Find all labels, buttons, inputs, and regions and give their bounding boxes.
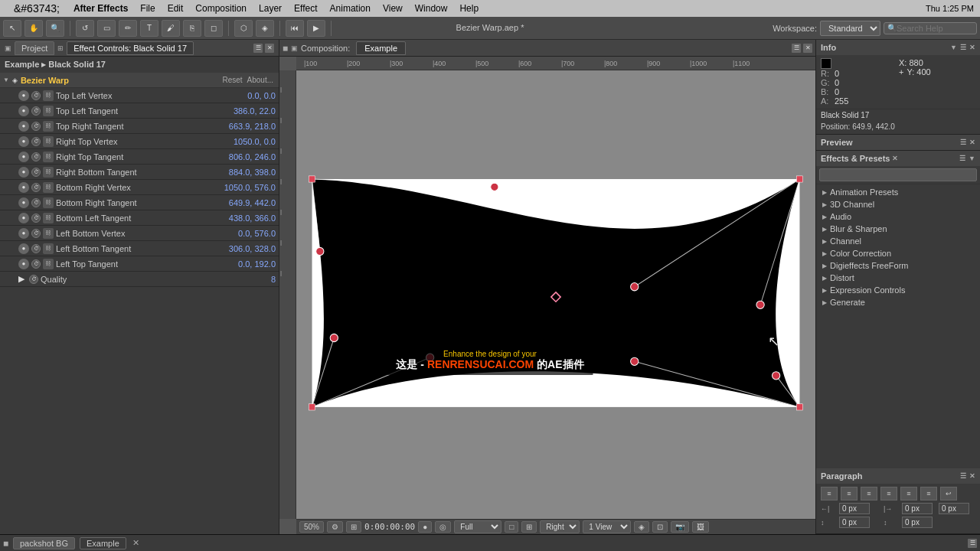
prop-val-rbt[interactable]: 884.0, 398.0 <box>229 168 276 177</box>
para-align-center[interactable]: ≡ <box>841 487 858 500</box>
prop-eye-blt[interactable]: ● <box>18 213 29 223</box>
preview-menu-btn[interactable]: ☰ <box>960 139 966 146</box>
prop-val-quality[interactable]: 8 <box>271 275 276 284</box>
menu-view[interactable]: View <box>377 2 409 15</box>
panel-menu-btn[interactable]: ☰ <box>253 44 263 53</box>
paragraph-header[interactable]: Paragraph ☰ ✕ <box>816 468 980 484</box>
prop-val-rtv[interactable]: 1050.0, 0.0 <box>234 137 276 146</box>
show-snapshot-btn[interactable]: 🖼 <box>692 521 709 533</box>
brush-tool[interactable]: 🖌 <box>162 20 180 37</box>
prop-link-trt[interactable]: ⛓ <box>43 121 54 132</box>
effect-cat-expression-controls[interactable]: ▶ Expression Controls <box>816 284 980 296</box>
para-left-margin-input[interactable] <box>839 503 870 514</box>
record-btn[interactable]: ● <box>418 521 432 533</box>
play-btn[interactable]: ▶ <box>307 20 325 37</box>
menu-composition[interactable]: Composition <box>189 2 253 15</box>
para-align-justify[interactable]: ≡ <box>880 487 897 500</box>
prop-clock-blt[interactable]: ⏱ <box>31 214 41 223</box>
eraser-tool[interactable]: ◻ <box>204 20 223 37</box>
reset-btn[interactable]: Reset <box>220 76 244 84</box>
hand-tool[interactable]: ✋ <box>24 20 43 37</box>
effect-cat-color-correction[interactable]: ▶ Color Correction <box>816 247 980 259</box>
para-align-justify-force[interactable]: ≡ <box>920 487 937 500</box>
prop-eye-rbt[interactable]: ● <box>18 167 29 178</box>
effect-cat-distort[interactable]: ▶ Distort <box>816 272 980 284</box>
prop-eye-rtng[interactable]: ● <box>18 152 29 162</box>
prop-link-tlt[interactable]: ⛓ <box>43 106 54 116</box>
effect-cat-generate[interactable]: ▶ Generate <box>816 296 980 308</box>
paragraph-menu-btn[interactable]: ☰ <box>960 472 966 480</box>
info-header[interactable]: Info ▼ ☰ ✕ <box>816 40 980 55</box>
pen-tool[interactable]: ✏ <box>119 20 137 37</box>
comp-settings-btn[interactable]: ⚙ <box>327 521 343 533</box>
prop-eye-trt[interactable]: ● <box>18 121 29 132</box>
apple-menu[interactable]: &#63743; <box>6 1 67 16</box>
para-align-left[interactable]: ≡ <box>821 487 838 500</box>
para-indent-input[interactable] <box>939 503 969 514</box>
effect-cat-channel[interactable]: ▶ Channel <box>816 235 980 247</box>
playback-ctrl[interactable]: ⏮ <box>286 20 304 37</box>
view-options-btn[interactable]: ◈ <box>634 521 649 533</box>
prop-val-brt[interactable]: 649.9, 442.0 <box>229 198 276 207</box>
composition-view[interactable]: |100 |200 |300 |400 |500 |600 |700 |800 … <box>279 57 815 534</box>
workspace-select[interactable]: Standard <box>820 21 880 36</box>
para-space-before-input[interactable] <box>839 517 870 528</box>
about-btn[interactable]: About... <box>245 76 276 84</box>
prop-clock-tlv[interactable]: ⏱ <box>31 91 41 100</box>
menu-layer[interactable]: Layer <box>253 2 288 15</box>
alpha-btn[interactable]: □ <box>505 521 518 533</box>
para-align-justify-all[interactable]: ≡ <box>900 487 917 500</box>
prop-link-brt[interactable]: ⛓ <box>43 197 54 208</box>
info-menu-btn[interactable]: ☰ <box>960 44 966 51</box>
prop-link-brv[interactable]: ⛓ <box>43 182 54 193</box>
effects-presets-close-icon[interactable]: ✕ <box>892 155 898 162</box>
effect-controls-tab[interactable]: Effect Controls: Black Solid 17 <box>67 41 194 55</box>
clone-tool[interactable]: ⎘ <box>183 20 201 37</box>
para-align-right[interactable]: ≡ <box>861 487 877 500</box>
comp-current-time[interactable]: 0:00:00:00 <box>364 522 415 532</box>
prop-val-blt[interactable]: 438.0, 366.0 <box>229 214 276 223</box>
zoom-tool[interactable]: 🔍 <box>46 20 64 37</box>
prop-eye-brt[interactable]: ● <box>18 197 29 208</box>
prop-clock-q[interactable]: ⏱ <box>29 275 38 284</box>
prop-clock-rtng[interactable]: ⏱ <box>31 152 41 161</box>
region-options-btn[interactable]: ⊡ <box>652 521 668 533</box>
preview-close-btn[interactable]: ✕ <box>969 139 975 146</box>
quality-expand-icon[interactable]: ▶ <box>18 274 29 284</box>
prop-clock-rbt[interactable]: ⏱ <box>31 168 41 177</box>
grid-btn[interactable]: ⊞ <box>521 521 537 533</box>
bezier-warp-header[interactable]: ▼ ◈ Bezier Warp Reset About... <box>0 73 279 88</box>
menu-animation[interactable]: Animation <box>324 2 377 15</box>
prop-eye-tlt[interactable]: ● <box>18 106 29 116</box>
app-name[interactable]: After Effects <box>67 2 134 15</box>
select-tool[interactable]: ↖ <box>3 20 21 37</box>
rotate-tool[interactable]: ↺ <box>76 20 94 37</box>
menu-file[interactable]: File <box>134 2 161 15</box>
prop-eye-lbt[interactable]: ● <box>18 243 29 254</box>
prop-eye-rtv[interactable]: ● <box>18 136 29 147</box>
para-rtl-btn[interactable]: ↩ <box>940 487 957 500</box>
comp-tab-example[interactable]: Example <box>356 41 406 55</box>
tl-tab-close[interactable]: ✕ <box>132 538 139 548</box>
snapshot-btn[interactable]: 📷 <box>671 521 689 533</box>
search-input[interactable] <box>897 24 973 33</box>
prop-val-brv[interactable]: 1050.0, 576.0 <box>224 183 276 192</box>
info-close-btn[interactable]: ✕ <box>969 44 975 51</box>
menu-effect[interactable]: Effect <box>288 2 323 15</box>
prop-link-rtv[interactable]: ⛓ <box>43 136 54 147</box>
prop-val-ltt[interactable]: 0.0, 192.0 <box>238 259 276 269</box>
prop-link-ltt[interactable]: ⛓ <box>43 259 54 269</box>
menu-window[interactable]: Window <box>409 2 454 15</box>
prop-link-rbt[interactable]: ⛓ <box>43 167 54 178</box>
para-right-margin-input[interactable] <box>902 503 933 514</box>
effect-cat-blur-sharpen[interactable]: ▶ Blur & Sharpen <box>816 223 980 235</box>
prop-val-tlv[interactable]: 0.0, 0.0 <box>247 91 276 100</box>
effect-cat-digieffects[interactable]: ▶ Digieffects FreeForm <box>816 259 980 272</box>
effect-cat-audio[interactable]: ▶ Audio <box>816 210 980 223</box>
prop-eye-brv[interactable]: ● <box>18 182 29 193</box>
effect-cat-animation-presets[interactable]: ▶ Animation Presets <box>816 186 980 198</box>
menu-help[interactable]: Help <box>453 2 485 15</box>
prop-clock-trt[interactable]: ⏱ <box>31 122 41 131</box>
tl-menu-btn[interactable]: ☰ <box>968 539 977 548</box>
shape-tool-rect[interactable]: ▭ <box>97 20 116 37</box>
